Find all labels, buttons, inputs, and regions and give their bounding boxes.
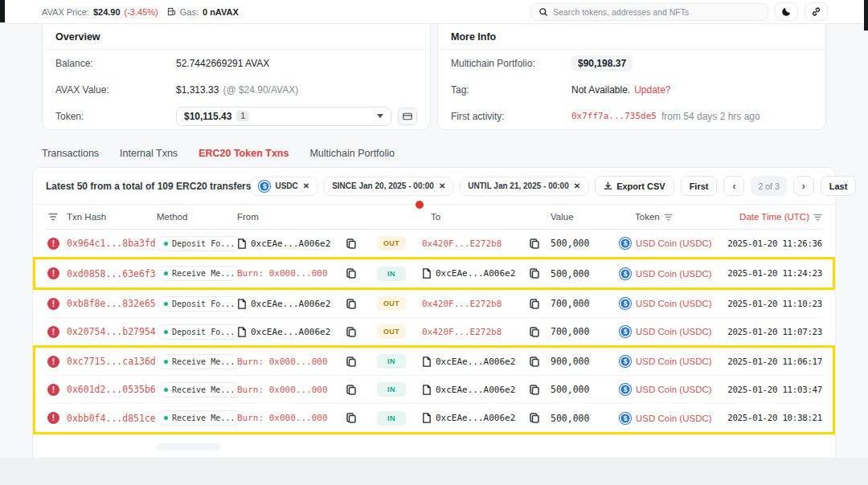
token-holdings-dropdown[interactable]: $10,115.43 1 xyxy=(176,107,391,126)
chip-close-icon[interactable]: ✕ xyxy=(303,181,309,190)
export-csv-button[interactable]: Export CSV xyxy=(595,176,674,196)
token-link[interactable]: $ USD Coin (USDC) xyxy=(618,298,727,309)
to-address[interactable]: 0xcEAe...A006e2 xyxy=(436,413,515,423)
value-cell: 500,000 xyxy=(551,238,618,249)
method-status-dot xyxy=(164,302,168,306)
txn-hash-link[interactable]: 0xc7715...ca136d xyxy=(67,356,157,367)
usdc-icon: $ xyxy=(620,326,631,337)
txn-hash-link[interactable]: 0x964c1...8ba3fd xyxy=(67,238,157,249)
to-address[interactable]: 0xcEAe...A006e2 xyxy=(436,357,515,367)
chip-close-icon[interactable]: ✕ xyxy=(574,181,580,190)
tag-update-link[interactable]: Update? xyxy=(634,84,670,96)
txn-hash-link[interactable]: 0x601d2...0535b6 xyxy=(67,384,157,395)
date-sort-icon[interactable] xyxy=(813,214,822,221)
first-activity-hash-link[interactable]: 0x7ff7a...735de5 xyxy=(571,111,657,121)
tab-multichain-portfolio[interactable]: Multichain Portfolio xyxy=(309,148,395,159)
gas-value: 0 nAVAX xyxy=(203,7,239,17)
copy-from-button[interactable] xyxy=(343,235,359,251)
method-status-dot xyxy=(164,416,168,420)
search-input[interactable] xyxy=(553,7,760,17)
col-header-date[interactable]: Date Time (UTC) xyxy=(739,212,809,222)
copy-to-button[interactable] xyxy=(526,266,542,282)
direction-badge: IN xyxy=(377,411,406,426)
copy-from-button[interactable] xyxy=(343,353,359,369)
method-badge[interactable]: Deposit Fo... xyxy=(157,236,242,251)
to-contract-icon xyxy=(422,357,432,367)
chip-close-icon[interactable]: ✕ xyxy=(439,181,445,190)
copy-to-button[interactable] xyxy=(526,410,542,426)
pagination-last-button[interactable]: Last xyxy=(821,176,857,196)
col-header-method: Method xyxy=(157,212,237,222)
copy-from-button[interactable] xyxy=(343,410,359,426)
token-link[interactable]: $ USD Coin (USDC) xyxy=(618,326,727,337)
table-row: ! 0xbb0f4...d851ce Receive Me... Burn: 0… xyxy=(46,404,822,432)
filter-funnel-icon[interactable] xyxy=(48,213,67,221)
from-address[interactable]: Burn: 0x000...000 xyxy=(237,413,328,423)
value-cell: 500,000 xyxy=(551,413,618,424)
tab-erc20-token-txns[interactable]: ERC20 Token Txns xyxy=(199,148,289,159)
token-holdings-button[interactable] xyxy=(398,108,417,125)
token-sort-icon[interactable] xyxy=(664,214,673,221)
from-address[interactable]: Burn: 0x000...000 xyxy=(237,385,328,395)
method-badge[interactable]: Deposit Fo... xyxy=(157,324,242,340)
filter-chip-label: SINCE Jan 20, 2025 - 00:00 xyxy=(332,181,434,190)
tab-internal-txns[interactable]: Internal Txns xyxy=(120,148,178,159)
to-address[interactable]: 0x420F...E272b8 xyxy=(422,299,502,309)
avax-price-label: AVAX Price: xyxy=(42,7,89,17)
copy-from-button[interactable] xyxy=(343,324,359,340)
pagination-first-button[interactable]: First xyxy=(681,176,718,196)
token-link[interactable]: $ USD Coin (USDC) xyxy=(618,356,727,367)
highlight-box: ! 0xd0858...63e6f3 Receive Me... Burn: 0… xyxy=(33,257,835,290)
txn-hash-link[interactable]: 0x20754...b27954 xyxy=(67,326,157,337)
copy-from-button[interactable] xyxy=(343,295,359,312)
direction-badge: IN xyxy=(377,354,406,369)
col-header-from: From xyxy=(237,212,343,222)
to-address[interactable]: 0x420F...E272b8 xyxy=(422,238,502,249)
share-link-button[interactable] xyxy=(805,2,828,21)
theme-toggle-button[interactable] xyxy=(775,2,798,21)
txn-hash-link[interactable]: 0xb8f8e...832e65 xyxy=(67,298,157,309)
to-contract-icon xyxy=(422,268,432,279)
from-address[interactable]: 0xcEAe...A006e2 xyxy=(251,299,330,309)
copy-to-button[interactable] xyxy=(526,295,542,312)
token-link[interactable]: $ USD Coin (USDC) xyxy=(618,413,727,424)
to-address[interactable]: 0xcEAe...A006e2 xyxy=(436,385,515,395)
copy-from-button[interactable] xyxy=(343,266,359,282)
filter-chip-label: USDC xyxy=(275,181,297,190)
transfers-summary: Latest 50 from a total of 109 ERC20 tran… xyxy=(46,181,251,192)
token-label: Token: xyxy=(55,111,176,122)
token-link[interactable]: $ USD Coin (USDC) xyxy=(618,384,727,395)
copy-to-button[interactable] xyxy=(526,381,542,397)
method-status-dot xyxy=(164,360,168,364)
more-info-title: More Info xyxy=(438,24,825,50)
erc20-transfers-card: Latest 50 from a total of 109 ERC20 tran… xyxy=(32,167,836,463)
txn-hash-link[interactable]: 0xd0858...63e6f3 xyxy=(67,268,157,279)
method-badge[interactable]: Receive Me... xyxy=(157,266,242,281)
usdc-icon: $ xyxy=(620,384,631,395)
tab-transactions[interactable]: Transactions xyxy=(42,148,99,159)
from-address[interactable]: 0xcEAe...A006e2 xyxy=(251,238,330,249)
search-bar[interactable] xyxy=(530,3,768,21)
to-address[interactable]: 0xcEAe...A006e2 xyxy=(436,268,515,279)
copy-to-button[interactable] xyxy=(526,353,542,369)
filter-chip: $ USDC ✕ xyxy=(251,177,317,196)
method-badge[interactable]: Receive Me... xyxy=(157,382,242,397)
pagination-prev-button[interactable]: ‹ xyxy=(723,176,744,196)
txn-hash-link[interactable]: 0xbb0f4...d851ce xyxy=(67,413,157,424)
copy-to-button[interactable] xyxy=(526,324,542,340)
to-address[interactable]: 0x420F...E272b8 xyxy=(422,327,502,337)
method-badge[interactable]: Receive Me... xyxy=(157,410,242,426)
from-address[interactable]: Burn: 0x000...000 xyxy=(237,357,328,367)
method-badge[interactable]: Deposit Fo... xyxy=(157,296,242,312)
search-icon xyxy=(538,7,548,17)
pagination-next-button[interactable]: › xyxy=(793,176,814,196)
copy-to-button[interactable] xyxy=(526,235,542,251)
method-label: Receive Me... xyxy=(172,414,235,422)
token-link[interactable]: $ USD Coin (USDC) xyxy=(618,268,727,279)
token-link[interactable]: $ USD Coin (USDC) xyxy=(618,238,727,249)
from-address[interactable]: Burn: 0x000...000 xyxy=(237,268,328,279)
from-address[interactable]: 0xcEAe...A006e2 xyxy=(251,327,330,337)
copy-from-button[interactable] xyxy=(343,381,359,397)
method-badge[interactable]: Receive Me... xyxy=(157,354,242,369)
col-header-txn-hash: Txn Hash xyxy=(67,212,157,222)
